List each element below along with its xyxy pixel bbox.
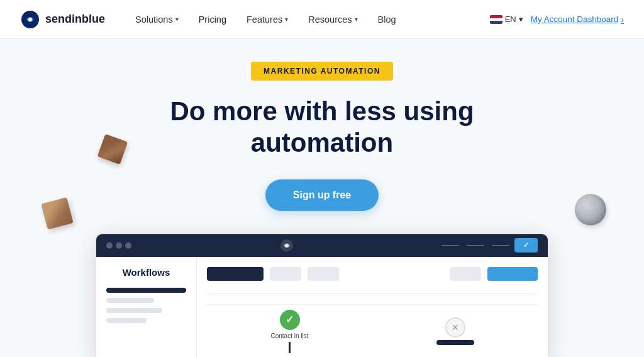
brand-name: sendinblue (45, 13, 105, 26)
navbar: sendinblue Solutions ▾ Pricing Features … (0, 0, 644, 39)
menu-line-1 (441, 245, 459, 246)
browser-app-icon (279, 238, 294, 253)
workflow-nodes: ✓ Contact in list ✕ (207, 304, 538, 353)
window-dot-3 (125, 242, 131, 249)
us-flag-icon (490, 15, 502, 24)
workflow-block-dark (207, 267, 264, 281)
workflow-node-contact: ✓ Contact in list (270, 310, 308, 353)
marketing-badge: MARKETING AUTOMATION (0, 62, 644, 96)
resources-chevron-icon: ▾ (355, 16, 358, 23)
window-dot-2 (116, 242, 122, 249)
menu-line-2 (467, 245, 484, 246)
nav-resources[interactable]: Resources ▾ (308, 14, 357, 25)
features-chevron-icon: ▾ (285, 16, 288, 23)
workflow-item-3 (106, 318, 147, 323)
nav-links: Solutions ▾ Pricing Features ▾ Resources… (135, 14, 490, 25)
workflow-item-2 (106, 308, 162, 313)
hero-section: MARKETING AUTOMATION Do more with less u… (0, 39, 644, 357)
account-dashboard-link[interactable]: My Account Dashboard › (531, 14, 624, 25)
window-dot-1 (106, 242, 113, 249)
nav-blog[interactable]: Blog (378, 14, 396, 25)
workflow-node-x: ✕ (436, 310, 474, 345)
workflow-item-active (106, 288, 186, 293)
nav-features[interactable]: Features ▾ (247, 14, 288, 25)
browser-mockup: ✓ Workflows (96, 234, 548, 357)
browser-menu-lines (441, 245, 509, 246)
workflow-divider (207, 293, 538, 294)
nav-pricing[interactable]: Pricing (199, 14, 226, 25)
contact-check-icon: ✓ (280, 310, 300, 330)
menu-line-3 (492, 245, 509, 246)
logo[interactable]: sendinblue (20, 9, 105, 30)
workflow-canvas: ✓ Contact in list ✕ (197, 257, 548, 357)
signup-button[interactable]: Sign up free (265, 179, 379, 211)
workflow-toolbar (207, 267, 538, 281)
workflow-area: Workflows (96, 257, 548, 357)
hero-title: Do more with less using automation (152, 96, 492, 159)
workflow-item-1 (106, 298, 154, 303)
browser-window-controls (106, 242, 131, 249)
workflow-block-light-1 (270, 267, 301, 281)
nav-solutions[interactable]: Solutions ▾ (135, 14, 179, 25)
browser-window: ✓ Workflows (96, 234, 548, 357)
browser-titlebar: ✓ (96, 234, 548, 257)
floating-disc (575, 194, 606, 225)
floating-cube-1 (101, 137, 125, 161)
workflow-sidebar: Workflows (96, 257, 197, 357)
logo-icon (20, 9, 40, 30)
node-connector-1 (289, 342, 291, 353)
contact-node-label: Contact in list (270, 332, 308, 339)
browser-action-button: ✓ (514, 238, 538, 252)
workflow-block-light-2 (308, 267, 339, 281)
workflow-block-light-3 (450, 267, 481, 281)
x-circle-icon: ✕ (445, 317, 465, 337)
browser-logo-center (136, 238, 436, 253)
nav-right: EN ▾ My Account Dashboard › (490, 14, 624, 25)
node-block-label (436, 340, 474, 345)
solutions-chevron-icon: ▾ (175, 16, 179, 23)
check-icon: ✓ (523, 241, 529, 249)
workflows-label: Workflows (106, 267, 186, 278)
hero-content: MARKETING AUTOMATION Do more with less u… (0, 62, 644, 357)
lang-chevron-icon: ▾ (519, 14, 523, 24)
floating-cube-2 (44, 200, 70, 227)
workflow-block-blue (487, 267, 538, 281)
language-selector[interactable]: EN ▾ (490, 14, 523, 24)
svg-point-3 (285, 244, 288, 247)
svg-point-1 (28, 18, 32, 21)
account-arrow-icon: › (621, 14, 624, 25)
